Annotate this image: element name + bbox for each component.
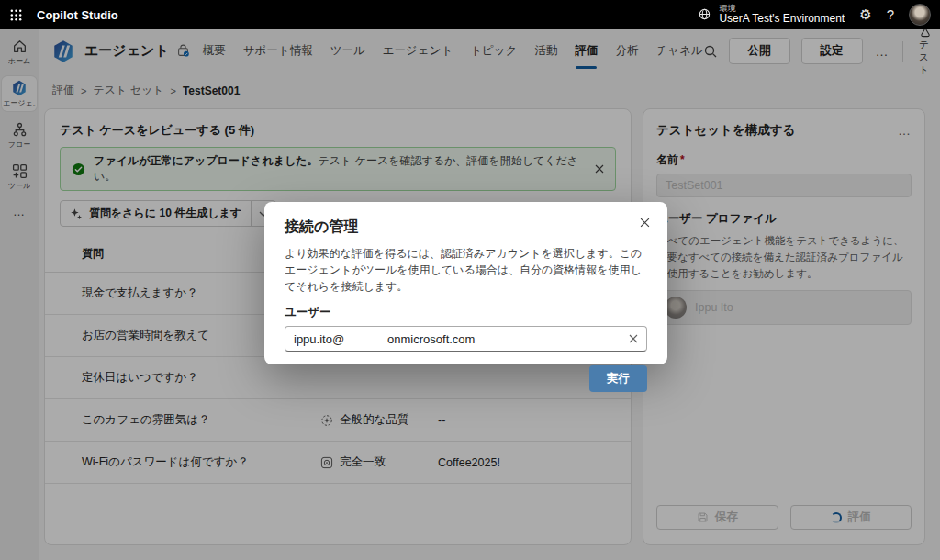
help-icon[interactable]: ? [887, 6, 894, 22]
dialog-close-icon[interactable] [640, 218, 650, 228]
settings-gear-icon[interactable]: ⚙ [859, 6, 871, 23]
dialog-description: より効果的な評価を得るには、認証済みアカウントを選択します。このエージェントがツ… [285, 245, 647, 295]
environment-icon [698, 7, 711, 21]
copilot-studio-app: Copilot Studio 環境 UserA Test's Environme… [0, 0, 940, 560]
user-field-label: ユーザー [285, 305, 647, 320]
user-avatar[interactable] [909, 4, 931, 26]
user-account-field [285, 326, 647, 352]
environment-name: UserA Test's Environment [719, 13, 845, 26]
app-title: Copilot Studio [37, 8, 118, 22]
app-launcher-icon[interactable] [0, 0, 31, 29]
manage-connections-dialog: 接続の管理 より効果的な評価を得るには、認証済みアカウントを選択します。このエー… [264, 202, 667, 364]
clear-input-icon[interactable] [629, 334, 638, 343]
dialog-title: 接続の管理 [285, 218, 647, 237]
environment-picker[interactable]: 環境 UserA Test's Environment [698, 4, 845, 26]
user-account-input[interactable] [294, 332, 629, 346]
top-app-bar: Copilot Studio 環境 UserA Test's Environme… [0, 0, 940, 29]
run-button[interactable]: 実行 [589, 365, 647, 392]
